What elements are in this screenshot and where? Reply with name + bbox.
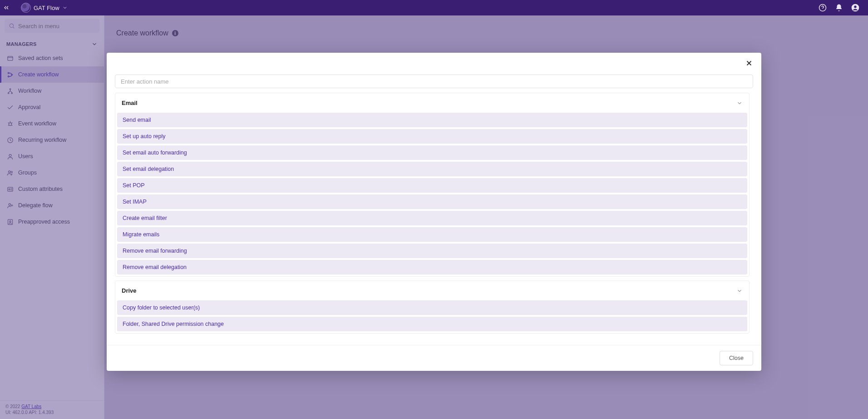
action-item[interactable]: Set email auto forwarding <box>117 145 747 160</box>
chevron-down-icon <box>736 288 743 294</box>
action-item[interactable]: Set email delegation <box>117 162 747 176</box>
notifications-button[interactable] <box>831 0 847 15</box>
chevrons-left-icon <box>3 4 10 11</box>
brand-logo-icon <box>21 3 31 13</box>
action-item[interactable]: Copy folder to selected user(s) <box>117 300 747 315</box>
svg-point-3 <box>854 5 856 8</box>
action-item[interactable]: Migrate emails <box>117 227 747 242</box>
help-circle-icon <box>819 4 827 12</box>
group-title: Email <box>122 100 138 106</box>
action-item[interactable]: Remove email delegation <box>117 260 747 274</box>
action-group-header[interactable]: Email <box>115 93 749 113</box>
help-button[interactable] <box>814 0 831 15</box>
action-item[interactable]: Remove email forwarding <box>117 244 747 258</box>
action-group-items: Copy folder to selected user(s)Folder, S… <box>115 300 749 333</box>
action-search-input[interactable] <box>115 75 753 88</box>
modal-close-button[interactable] <box>745 59 753 67</box>
bell-icon <box>835 4 843 12</box>
account-button[interactable] <box>847 0 863 15</box>
action-item[interactable]: Set POP <box>117 178 747 193</box>
action-item[interactable]: Send email <box>117 113 747 127</box>
svg-point-0 <box>819 5 826 11</box>
action-groups-scroll[interactable]: EmailSend emailSet up auto replySet emai… <box>115 93 753 341</box>
action-picker-modal: EmailSend emailSet up auto replySet emai… <box>107 53 761 371</box>
action-item[interactable]: Set IMAP <box>117 195 747 209</box>
action-item[interactable]: Create email filter <box>117 211 747 225</box>
chevron-down-icon <box>736 100 743 106</box>
close-icon <box>745 59 753 67</box>
account-circle-icon <box>851 3 860 12</box>
group-title: Drive <box>122 287 137 294</box>
modal-footer: Close <box>107 345 761 371</box>
action-item[interactable]: Folder, Shared Drive permission change <box>117 317 747 331</box>
brand-dropdown[interactable]: GAT Flow <box>13 3 68 13</box>
action-group-header[interactable]: Drive <box>115 281 749 300</box>
modal-overlay[interactable]: EmailSend emailSet up auto replySet emai… <box>0 15 868 419</box>
brand-name: GAT Flow <box>34 5 59 11</box>
action-item[interactable]: Set up auto reply <box>117 129 747 144</box>
modal-close-footer-button[interactable]: Close <box>720 351 753 365</box>
action-group-email: EmailSend emailSet up auto replySet emai… <box>115 93 750 277</box>
topbar: GAT Flow <box>0 0 868 15</box>
sidebar-collapse-button[interactable] <box>0 0 13 15</box>
chevron-down-icon <box>62 5 68 10</box>
action-group-drive: DriveCopy folder to selected user(s)Fold… <box>115 280 750 334</box>
action-group-items: Send emailSet up auto replySet email aut… <box>115 113 749 276</box>
